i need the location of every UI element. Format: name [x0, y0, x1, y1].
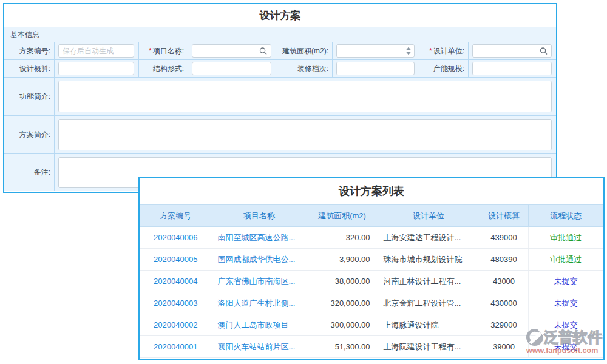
building-area-cell: 320,000.00	[307, 292, 378, 314]
table-row: 2020040004广东省佛山市南海区...38,000.00河南正林设计工程有…	[140, 271, 603, 292]
project-name-cell[interactable]: 澳门人工岛市政项目	[212, 314, 307, 336]
building-area-label: 建筑面积(m2):	[276, 42, 332, 59]
flow-status-cell: 未提交	[528, 271, 603, 292]
design-unit-cell: 珠海市城市规划设计院	[378, 249, 480, 271]
building-area-input[interactable]	[336, 44, 415, 58]
decoration-grade-cell	[333, 60, 419, 77]
design-unit-cell	[469, 42, 556, 59]
table-row: 2020040005国网成都成华供电公...3,900.00珠海市城市规划设计院…	[140, 249, 603, 271]
plan-code-input[interactable]	[58, 44, 134, 58]
table-row: 2020040006南阳至城区高速公路...320.00上海安建达工程设计...…	[140, 227, 603, 249]
search-icon[interactable]	[259, 47, 267, 55]
design-unit-label: *设计单位:	[419, 42, 468, 59]
design-plan-form-panel: 设计方案 基本信息 方案编号: *项目名称: 建筑面积(m2): *设计单位: …	[3, 3, 557, 193]
search-icon[interactable]	[540, 47, 548, 55]
design-budget-cell	[55, 60, 138, 77]
project-name-cell[interactable]: 国网成都成华供电公...	[212, 249, 307, 271]
col-design-budget[interactable]: 设计概算	[480, 205, 528, 227]
project-name-cell[interactable]: 襄阳火车站站前片区...	[212, 336, 307, 358]
design-budget-cell: 43000	[480, 271, 528, 292]
design-budget-cell: 329000	[480, 314, 528, 336]
structure-type-input[interactable]	[192, 62, 271, 75]
list-title: 设计方案列表	[140, 178, 603, 204]
design-unit-cell: 上海脉通设计院	[378, 314, 480, 336]
col-design-unit[interactable]: 设计单位	[378, 205, 480, 227]
function-intro-cell	[55, 78, 556, 115]
design-budget-cell: 439000	[480, 227, 528, 249]
list-body: 2020040006南阳至城区高速公路...320.00上海安建达工程设计...…	[140, 227, 603, 358]
structure-type-cell	[188, 60, 276, 77]
building-area-cell: 3,900.00	[307, 249, 378, 271]
design-unit-cell: 北京金辉工程设计管...	[378, 292, 480, 314]
plan-intro-textarea[interactable]	[58, 119, 552, 150]
flow-status-cell: 未提交	[528, 314, 603, 336]
plan-code-cell[interactable]: 2020040001	[140, 336, 212, 358]
building-area-cell: 300,000.00	[307, 314, 378, 336]
design-budget-cell: 39000	[480, 336, 528, 358]
table-header-row: 方案编号 项目名称 建筑面积(m2) 设计单位 设计概算 流程状态	[140, 205, 603, 227]
capacity-scale-input[interactable]	[472, 62, 552, 75]
capacity-scale-label: 产能规模:	[419, 60, 468, 77]
remark-label: 备注:	[4, 154, 54, 191]
plan-code-cell	[55, 42, 138, 59]
table-row: 2020040002澳门人工岛市政项目300,000.00上海脉通设计院3290…	[140, 314, 603, 336]
table-row: 2020040003洛阳大道广生村北侧...320,000.00北京金辉工程设计…	[140, 292, 603, 314]
design-unit-cell: 上海阮建设计工程有...	[378, 336, 480, 358]
col-plan-code[interactable]: 方案编号	[140, 205, 212, 227]
form-title: 设计方案	[4, 4, 556, 27]
flow-status-cell: 审批通过	[528, 249, 603, 271]
project-name-cell[interactable]: 洛阳大道广生村北侧...	[212, 292, 307, 314]
col-project-name[interactable]: 项目名称	[212, 205, 307, 227]
section-basic-info: 基本信息	[4, 27, 556, 42]
flow-status-cell: 审批通过	[528, 227, 603, 249]
plan-intro-cell	[55, 116, 556, 153]
design-budget-input[interactable]	[58, 62, 134, 75]
building-area-cell: 51,300.00	[307, 336, 378, 358]
design-budget-cell: 430000	[480, 292, 528, 314]
plan-intro-label: 方案简介:	[4, 116, 54, 153]
number-stepper[interactable]	[406, 47, 411, 55]
building-area-cell: 38,000.00	[307, 271, 378, 292]
form-grid: 方案编号: *项目名称: 建筑面积(m2): *设计单位: 设计概算: 结构形式…	[4, 42, 556, 191]
design-plan-list-panel: 设计方案列表 方案编号 项目名称 建筑面积(m2) 设计单位 设计概算 流程状态…	[138, 177, 605, 360]
project-name-cell[interactable]: 广东省佛山市南海区...	[212, 271, 307, 292]
design-budget-label: 设计概算:	[4, 60, 54, 77]
project-name-cell	[188, 42, 276, 59]
plan-code-cell[interactable]: 2020040006	[140, 227, 212, 249]
building-area-cell	[333, 42, 419, 59]
flow-status-cell: 未提交	[528, 336, 603, 358]
plan-code-cell[interactable]: 2020040003	[140, 292, 212, 314]
structure-type-label: 结构形式:	[139, 60, 188, 77]
col-flow-status[interactable]: 流程状态	[528, 205, 603, 227]
flow-status-cell: 未提交	[528, 292, 603, 314]
design-budget-cell: 480390	[480, 249, 528, 271]
project-name-cell[interactable]: 南阳至城区高速公路...	[212, 227, 307, 249]
building-area-cell: 320.00	[307, 227, 378, 249]
function-intro-textarea[interactable]	[58, 81, 552, 112]
decoration-grade-input[interactable]	[336, 62, 415, 75]
decoration-grade-label: 装修档次:	[276, 60, 332, 77]
plan-code-cell[interactable]: 2020040005	[140, 249, 212, 271]
capacity-scale-cell	[469, 60, 556, 77]
design-unit-cell: 上海安建达工程设计...	[378, 227, 480, 249]
plan-code-cell[interactable]: 2020040004	[140, 271, 212, 292]
table-row: 2020040001襄阳火车站站前片区...51,300.00上海阮建设计工程有…	[140, 336, 603, 358]
col-building-area[interactable]: 建筑面积(m2)	[307, 205, 378, 227]
design-unit-cell: 河南正林设计工程有...	[378, 271, 480, 292]
project-name-label: *项目名称:	[139, 42, 188, 59]
plan-code-cell[interactable]: 2020040002	[140, 314, 212, 336]
plan-code-label: 方案编号:	[4, 42, 54, 59]
function-intro-label: 功能简介:	[4, 78, 54, 115]
design-plan-table: 方案编号 项目名称 建筑面积(m2) 设计单位 设计概算 流程状态 202004…	[140, 204, 603, 358]
